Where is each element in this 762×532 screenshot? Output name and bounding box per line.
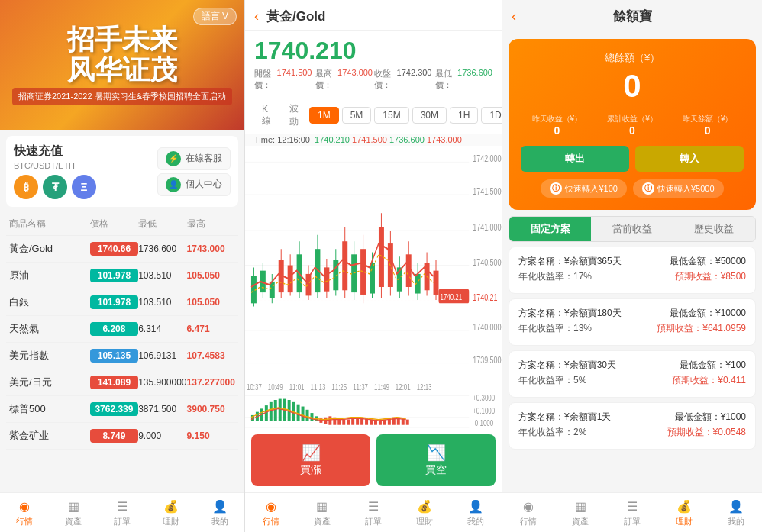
middle-bottom-nav: ◉ 行情 ▦ 資產 ☰ 訂單 💰 理財 👤 我的 (245, 492, 502, 532)
svg-rect-103 (379, 421, 382, 425)
mid-nav-me[interactable]: 👤 我的 (450, 498, 502, 527)
table-row[interactable]: 美元/日元 141.089 135.900000 137.277000 (6, 369, 238, 396)
high-label: 最高價： (315, 68, 335, 91)
right-bottom-nav: ◉ 行情 ▦ 資產 ☰ 訂單 💰 理財 👤 我的 (502, 492, 762, 532)
plan-name: 方案名稱：¥余額寶1天 (518, 411, 611, 424)
tab-1h[interactable]: 1H (450, 107, 478, 124)
right-nav-quotes[interactable]: ◉ 行情 (502, 498, 554, 527)
table-row[interactable]: 天然氣 6.208 6.314 6.471 (6, 316, 238, 343)
svg-rect-102 (374, 421, 377, 425)
right-nav-me[interactable]: 👤 我的 (710, 498, 762, 527)
plan-tab-current[interactable]: 當前收益 (591, 217, 673, 241)
quick100-btn[interactable]: ⓘ 快速轉入¥100 (541, 179, 626, 198)
plan-tab-fixed[interactable]: 固定方案 (509, 217, 591, 241)
table-row[interactable]: 白銀 101.978 103.510 105.050 (6, 289, 238, 316)
qt100-icon: ⓘ (550, 182, 562, 195)
right-nav-finance[interactable]: 💰 理財 (658, 498, 710, 527)
low-label: 最低價： (435, 68, 455, 91)
svg-rect-86 (302, 407, 305, 421)
svg-text:+0.1000: +0.1000 (473, 406, 495, 416)
nav-assets[interactable]: ▦ 資產 (49, 498, 98, 527)
svg-rect-87 (306, 410, 309, 421)
mid-me-icon: 👤 (467, 498, 484, 514)
plan-name: 方案名稱：¥余額寶30天 (518, 359, 616, 372)
quick5000-btn[interactable]: ⓘ 快速轉入¥5000 (633, 179, 724, 198)
svg-rect-109 (406, 420, 409, 425)
quick-charge-title: 快速充值 (14, 143, 96, 160)
transfer-out-btn[interactable]: 轉出 (521, 146, 629, 172)
plan-expected: 預期收益：¥0.411 (672, 374, 746, 387)
svg-rect-80 (274, 400, 277, 421)
table-row[interactable]: 美元指數 105.135 106.9131 107.4583 (6, 343, 238, 369)
mid-nav-quotes[interactable]: ◉ 行情 (245, 498, 296, 527)
market-name: 標普500 (9, 402, 90, 416)
svg-rect-96 (347, 420, 350, 425)
nav-orders[interactable]: ☰ 訂單 (98, 498, 147, 527)
chart-title: 黃金/Gold (266, 8, 325, 25)
banner-title: 招手未来 风华证茂 (12, 24, 232, 85)
total-earn: 累計收益（¥） 0 (596, 114, 669, 137)
table-row[interactable]: 黃金/Gold 1740.66 1736.600 1743.000 (6, 236, 238, 263)
market-price: 105.135 (90, 349, 138, 363)
plan-tab-history[interactable]: 歷史收益 (673, 217, 755, 241)
online-service-btn[interactable]: ⚡ 在線客服 (157, 147, 231, 170)
nav-me[interactable]: 👤 我的 (195, 498, 244, 527)
svg-text:-0.1000: -0.1000 (473, 418, 493, 428)
btc-icon: ₿ (14, 175, 38, 199)
buy-button[interactable]: 📈 買漲 (251, 434, 370, 486)
trade-buttons: 📈 買漲 📉 買空 (245, 428, 502, 492)
right-quotes-icon: ◉ (520, 498, 537, 514)
chart-header: ‹ 黃金/Gold (245, 0, 502, 31)
market-low: 9.000 (138, 430, 186, 441)
open-label: 開盤價： (254, 68, 274, 91)
table-row[interactable]: 原油 101.978 103.510 105.050 (6, 263, 238, 289)
svg-text:+0.3000: +0.3000 (473, 393, 495, 403)
nav-finance[interactable]: 💰 理財 (147, 498, 195, 527)
plan-card[interactable]: 方案名稱：¥余額寶180天 最低金額：¥10000 年化收益率：13% 預期收益… (509, 298, 756, 346)
svg-text:12:01: 12:01 (396, 382, 411, 392)
market-low: 1736.600 (138, 243, 186, 254)
plan-card[interactable]: 方案名稱：¥余額寶365天 最低金額：¥50000 年化收益率：17% 預期收益… (509, 247, 756, 294)
plan-min-amount: 最低金額：¥50000 (670, 255, 746, 268)
tab-kline[interactable]: K線 (254, 102, 279, 130)
market-price: 1740.66 (90, 242, 138, 256)
lang-button[interactable]: 語言 V (193, 8, 237, 25)
mid-nav-assets[interactable]: ▦ 資產 (296, 498, 347, 527)
right-nav-assets[interactable]: ▦ 資產 (554, 498, 606, 527)
mid-nav-orders[interactable]: ☰ 訂單 (347, 498, 399, 527)
personal-center-btn[interactable]: 👤 個人中心 (157, 173, 231, 196)
market-name: 天然氣 (9, 322, 90, 336)
assets-icon: ▦ (65, 498, 82, 514)
market-low: 106.9131 (138, 350, 186, 361)
market-name: 美元指數 (9, 349, 90, 363)
market-name: 紫金矿业 (9, 429, 90, 443)
market-name: 黃金/Gold (9, 242, 90, 256)
market-name: 原油 (9, 269, 90, 282)
yesterday-earn: 昨天收益（¥） 0 (521, 114, 593, 137)
plan-card[interactable]: 方案名稱：¥余額寶30天 最低金額：¥100 年化收益率：5% 預期收益：¥0.… (509, 350, 756, 398)
right-orders-icon: ☰ (624, 498, 641, 514)
tab-1m[interactable]: 1M (309, 107, 339, 124)
nav-quotes[interactable]: ◉ 行情 (0, 498, 49, 527)
right-back-btn[interactable]: ‹ (512, 8, 516, 24)
right-nav-orders[interactable]: ☰ 訂單 (606, 498, 658, 527)
buy-icon: 📈 (302, 443, 321, 462)
tab-30m[interactable]: 30M (412, 107, 447, 124)
transfer-in-btn[interactable]: 轉入 (635, 146, 744, 172)
table-row[interactable]: 紫金矿业 8.749 9.000 9.150 (6, 423, 238, 450)
table-row[interactable]: 標普500 3762.339 3871.500 3900.750 (6, 396, 238, 423)
tab-wave[interactable]: 波動 (282, 100, 306, 131)
tab-15m[interactable]: 15M (374, 107, 408, 124)
svg-text:1739.50000: 1739.50000 (473, 354, 502, 365)
plan-card[interactable]: 方案名稱：¥余額寶1天 最低金額：¥1000 年化收益率：2% 預期收益：¥0.… (509, 402, 756, 450)
mid-nav-finance[interactable]: 💰 理財 (399, 498, 450, 527)
me-icon: 👤 (211, 498, 228, 514)
svg-rect-85 (297, 405, 300, 421)
market-low: 135.900000 (138, 377, 186, 388)
chart-back-btn[interactable]: ‹ (254, 8, 259, 24)
tab-5m[interactable]: 5M (342, 107, 372, 124)
svg-text:1741.00000: 1741.00000 (473, 221, 502, 232)
svg-text:10:37: 10:37 (247, 382, 262, 392)
sell-button[interactable]: 📉 買空 (376, 434, 496, 486)
svg-rect-97 (351, 418, 354, 425)
